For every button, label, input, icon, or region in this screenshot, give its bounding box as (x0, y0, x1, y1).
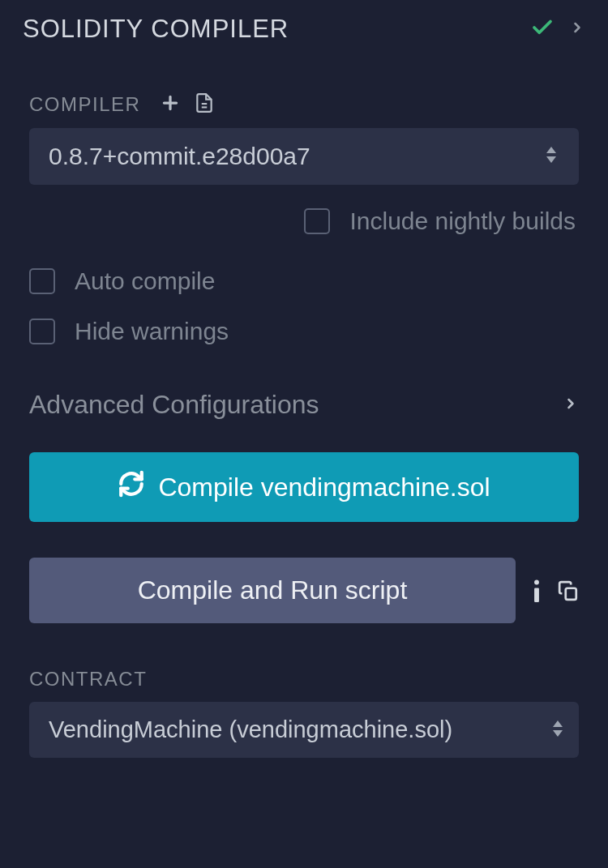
plus-icon[interactable] (160, 92, 181, 117)
auto-compile-checkbox[interactable] (29, 268, 55, 294)
compile-button-label: Compile vendingmachine.sol (158, 472, 490, 502)
compiler-selected-value: 0.8.7+commit.e28d00a7 (49, 143, 310, 170)
panel-title: SOLIDITY COMPILER (23, 15, 289, 44)
auto-compile-row: Auto compile (29, 267, 579, 295)
nightly-label: Include nightly builds (349, 207, 576, 235)
panel-header: SOLIDITY COMPILER (0, 0, 608, 60)
advanced-configurations[interactable]: Advanced Configurations (29, 390, 579, 420)
check-icon (530, 15, 554, 43)
contract-label: CONTRACT (29, 668, 579, 691)
contract-selected-value: VendingMachine (vendingmachine.sol) (49, 716, 452, 743)
nightly-checkbox[interactable] (304, 208, 330, 234)
svg-marker-5 (546, 156, 556, 163)
chevron-right-icon (563, 396, 579, 415)
svg-rect-8 (566, 588, 576, 599)
svg-marker-4 (546, 147, 556, 153)
contract-select[interactable]: VendingMachine (vendingmachine.sol) (29, 702, 579, 758)
hide-warnings-label: Hide warnings (75, 318, 229, 345)
svg-marker-10 (553, 730, 563, 737)
select-arrows-icon (550, 719, 566, 742)
svg-marker-9 (553, 720, 563, 727)
compiler-label: COMPILER (29, 93, 140, 116)
hide-warnings-row: Hide warnings (29, 318, 579, 345)
chevron-right-icon[interactable] (569, 19, 585, 39)
info-icon[interactable] (532, 579, 542, 602)
svg-point-6 (534, 579, 539, 584)
select-arrows-icon (543, 145, 559, 168)
compiler-label-row: COMPILER (29, 92, 579, 117)
compiler-icons (160, 92, 215, 117)
compiler-select[interactable]: 0.8.7+commit.e28d00a7 (29, 128, 579, 185)
auto-compile-label: Auto compile (75, 267, 215, 295)
nightly-checkbox-row: Include nightly builds (29, 207, 579, 235)
compile-run-button[interactable]: Compile and Run script (29, 558, 516, 623)
advanced-label: Advanced Configurations (29, 390, 319, 420)
svg-rect-7 (534, 588, 539, 602)
hide-warnings-checkbox[interactable] (29, 319, 55, 344)
compile-run-row: Compile and Run script (29, 558, 579, 623)
compile-run-label: Compile and Run script (138, 575, 408, 605)
refresh-icon (118, 470, 145, 504)
copy-icon[interactable] (558, 580, 579, 601)
header-icons (530, 15, 585, 43)
file-icon[interactable] (194, 92, 215, 117)
compile-button[interactable]: Compile vendingmachine.sol (29, 452, 579, 522)
